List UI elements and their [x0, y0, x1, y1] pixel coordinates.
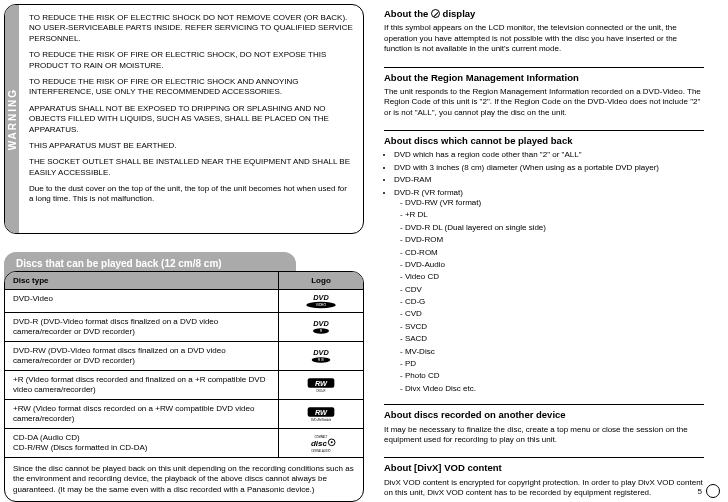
svg-text:DVD+ReWritable: DVD+ReWritable: [311, 418, 332, 422]
dvd-r-logo-icon: RDVD: [301, 318, 341, 336]
section-cannot-play: About discs which cannot be played back …: [384, 130, 704, 404]
discs-footer: Since the disc cannot be played back on …: [5, 457, 363, 501]
section-title: About discs which cannot be played back: [384, 135, 704, 147]
section-body: If this symbol appears on the LCD monito…: [384, 23, 704, 54]
warning-body: TO REDUCE THE RISK OF ELECTRIC SHOCK DO …: [19, 5, 363, 233]
warning-stripe: WARNING: [5, 5, 19, 233]
section-other-device: About discs recorded on another device I…: [384, 404, 704, 457]
list-item: Video CD: [406, 272, 704, 282]
warning-p3: TO REDUCE THE RISK OF FIRE OR ELECTRIC S…: [29, 77, 353, 98]
compact-disc-logo-icon: COMPACTdiscDIGITAL AUDIO: [301, 432, 341, 454]
list-item: DVD-ROM: [406, 235, 704, 245]
table-row: CD-DA (Audio CD) CD-R/RW (Discs formatte…: [5, 428, 363, 457]
table-row: DVD-Video VIDEODVD: [5, 289, 363, 312]
svg-text:DVD: DVD: [313, 319, 329, 328]
section-title: About the Region Management Information: [384, 72, 704, 84]
disc-type-cell: +R (Video format discs recorded and fina…: [5, 371, 279, 399]
cannot-play-list: DVD which has a region code other than "…: [384, 150, 704, 394]
section-body: It may be necessary to finalize the disc…: [384, 425, 704, 446]
svg-point-18: [331, 441, 333, 443]
list-item: Divx Video Disc etc.: [406, 384, 704, 394]
list-item: CVD: [406, 309, 704, 319]
warning-p1: TO REDUCE THE RISK OF ELECTRIC SHOCK DO …: [29, 13, 353, 44]
discs-head-logo: Logo: [279, 272, 363, 289]
disc-logo-cell: COMPACTdiscDIGITAL AUDIO: [279, 429, 363, 457]
svg-text:DVD+R: DVD+R: [316, 389, 325, 393]
disc-type-cell: CD-DA (Audio CD) CD-R/RW (Discs formatte…: [5, 429, 279, 457]
warning-stripe-label: WARNING: [7, 88, 18, 150]
list-item: DVD-Audio: [406, 260, 704, 270]
warning-p7: Due to the dust cover on the top of the …: [29, 184, 353, 205]
page-number: 5: [698, 484, 720, 498]
disc-type-cell: DVD-R (DVD-Video format discs finalized …: [5, 313, 279, 341]
dvd-rw-logo-icon: R WDVD: [301, 347, 341, 365]
page-number-value: 5: [698, 487, 702, 496]
disc-logo-cell: RWDVD+ReWritable: [279, 400, 363, 428]
list-item: PD: [406, 359, 704, 369]
section-divx-vod: About [DivX] VOD content DivX VOD conten…: [384, 457, 704, 502]
disc-type-cell: +RW (Video format discs recorded on a +R…: [5, 400, 279, 428]
list-item: CD-G: [406, 297, 704, 307]
discs-head-type: Disc type: [5, 272, 279, 289]
discs-section: Discs that can be played back (12 cm/8 c…: [4, 252, 364, 502]
disc-logo-cell: VIDEODVD: [279, 290, 363, 312]
list-item: CD-ROM: [406, 248, 704, 258]
page-marker-icon: [706, 484, 720, 498]
list-item: SACD: [406, 334, 704, 344]
svg-text:DVD: DVD: [313, 348, 329, 357]
table-row: +R (Video format discs recorded and fina…: [5, 370, 363, 399]
list-item: DVD with 3 inches (8 cm) diameter (When …: [394, 163, 704, 173]
svg-text:DIGITAL AUDIO: DIGITAL AUDIO: [311, 449, 330, 453]
section-body: The unit responds to the Region Manageme…: [384, 87, 704, 118]
list-item: DVD which has a region code other than "…: [394, 150, 704, 160]
list-item: Photo CD: [406, 371, 704, 381]
list-item: +R DL: [406, 210, 704, 220]
divx-line: DivX VOD content is encrypted for copyri…: [384, 478, 704, 499]
discs-table: Disc type Logo DVD-Video VIDEODVD DVD-R …: [4, 271, 364, 502]
disc-logo-cell: RDVD: [279, 313, 363, 341]
list-item: MV-Disc: [406, 347, 704, 357]
dvd-video-logo-icon: VIDEODVD: [301, 292, 341, 310]
svg-text:RW: RW: [315, 408, 328, 417]
section-no-symbol: About the display If this symbol appears…: [384, 4, 704, 67]
disc-type-cell: DVD-RW (DVD-Video format discs finalized…: [5, 342, 279, 370]
section-title: About discs recorded on another device: [384, 409, 704, 421]
list-item: SVCD: [406, 322, 704, 332]
warning-p4: APPARATUS SHALL NOT BE EXPOSED TO DRIPPI…: [29, 104, 353, 135]
table-row: DVD-R (DVD-Video format discs finalized …: [5, 312, 363, 341]
svg-text:RW: RW: [315, 379, 328, 388]
table-row: DVD-RW (DVD-Video format discs finalized…: [5, 341, 363, 370]
disc-logo-cell: R WDVD: [279, 342, 363, 370]
warning-p2: TO REDUCE THE RISK OF FIRE OR ELECTRIC S…: [29, 50, 353, 71]
svg-text:VIDEO: VIDEO: [316, 303, 327, 307]
disc-type-cell: DVD-Video: [5, 290, 279, 312]
svg-text:disc: disc: [311, 439, 328, 448]
list-item: DVD-R DL (Dual layered on single side): [406, 223, 704, 233]
list-item-text: DVD-R (VR format): [394, 188, 463, 197]
list-item: DVD-RAM: [394, 175, 704, 185]
warning-box: WARNING TO REDUCE THE RISK OF ELECTRIC S…: [4, 4, 364, 234]
warning-p5: THIS APPARATUS MUST BE EARTHED.: [29, 141, 353, 151]
list-item: DVD-RW (VR format): [406, 198, 704, 208]
svg-text:DVD: DVD: [313, 293, 329, 302]
title-post: display: [440, 8, 475, 19]
list-item: DVD-R (VR format) DVD-RW (VR format) +R …: [394, 188, 704, 395]
disc-logo-cell: RWDVD+R: [279, 371, 363, 399]
table-row: +RW (Video format discs recorded on a +R…: [5, 399, 363, 428]
discs-table-head: Disc type Logo: [5, 272, 363, 289]
svg-text:R W: R W: [318, 358, 324, 362]
dvd-plusrw-logo-icon: RWDVD+ReWritable: [301, 405, 341, 423]
warning-p6: THE SOCKET OUTLET SHALL BE INSTALLED NEA…: [29, 157, 353, 178]
section-region: About the Region Management Information …: [384, 67, 704, 131]
prohibited-icon: [431, 9, 440, 18]
list-item: CDV: [406, 285, 704, 295]
section-title: About the display: [384, 8, 704, 20]
dvd-plusr-logo-icon: RWDVD+R: [301, 376, 341, 394]
title-pre: About the: [384, 8, 431, 19]
section-title: About [DivX] VOD content: [384, 462, 704, 474]
